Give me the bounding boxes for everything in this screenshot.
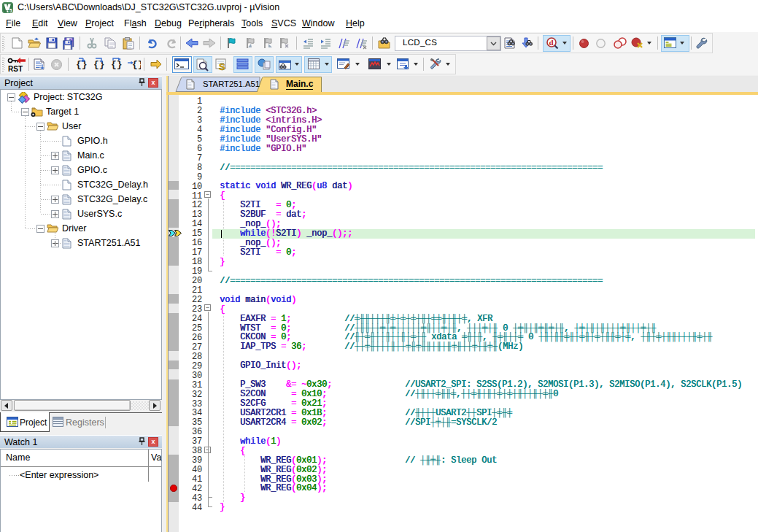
- svg-text:{}: {}: [132, 59, 141, 70]
- svg-text:S: S: [219, 61, 225, 71]
- svg-text:5: 5: [9, 8, 12, 13]
- svg-text:{}: {}: [76, 59, 88, 70]
- svg-text:{}: {}: [111, 59, 123, 70]
- svg-text:d: d: [549, 38, 554, 47]
- svg-text:RST: RST: [8, 65, 23, 73]
